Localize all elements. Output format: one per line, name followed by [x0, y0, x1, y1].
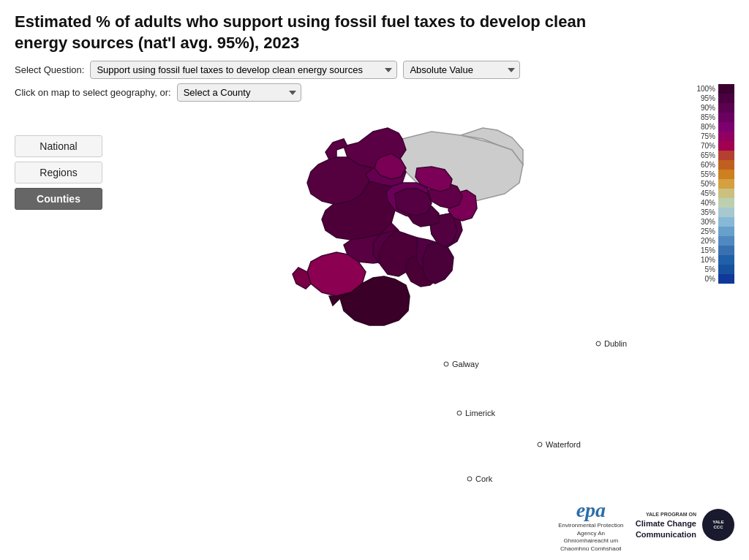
svg-point-6 [538, 442, 542, 447]
national-button[interactable]: National [15, 135, 102, 157]
legend-segment: 85% [718, 113, 734, 122]
svg-point-0 [444, 362, 448, 366]
legend-segment: 60% [718, 160, 734, 170]
svg-text:Galway: Galway [452, 360, 479, 368]
legend-segment: 75% [718, 132, 734, 141]
legend-label: 90% [701, 103, 715, 113]
svg-point-4 [467, 477, 472, 481]
legend-segment: 95% [718, 94, 734, 103]
epa-text: Environmental Protection Agency An Ghnío… [558, 522, 624, 553]
legend-label: 75% [701, 132, 715, 141]
legend-segment: 15% [718, 246, 734, 255]
footer-logos: epa Environmental Protection Agency An G… [558, 499, 734, 553]
legend-label: 100% [696, 84, 715, 94]
legend-segment: 30% [718, 217, 734, 227]
legend-segment: 20% [718, 236, 734, 246]
color-legend: 100%95%90%85%80%75%70%65%60%55%50%45%40%… [687, 84, 734, 284]
geography-nav: National Regions Counties [15, 135, 102, 210]
legend-label: 50% [701, 179, 715, 189]
counties-button[interactable]: Counties [15, 188, 102, 210]
page-title: Estimated % of adults who support using … [15, 12, 614, 53]
ireland-map[interactable]: Galway Limerick Cork Waterford Dublin [121, 80, 640, 534]
svg-text:Waterford: Waterford [546, 440, 581, 449]
legend-label: 15% [701, 246, 715, 255]
legend-label: 30% [701, 217, 715, 227]
yale-circle-logo: YALECCC [702, 509, 734, 541]
legend-label: 60% [701, 160, 715, 170]
question-select[interactable]: Support using fossil fuel taxes to devel… [90, 61, 397, 79]
legend-segment: 25% [718, 227, 734, 236]
legend-segment: 5% [718, 265, 734, 274]
legend-label: 40% [701, 198, 715, 208]
epa-icon: epa [576, 499, 606, 522]
yale-logo: YALE PROGRAM ON Climate ChangeCommunicat… [636, 509, 734, 543]
legend-segment: 45% [718, 189, 734, 198]
legend-segment: 55% [718, 170, 734, 179]
yale-program-label: YALE PROGRAM ON [636, 511, 696, 518]
legend-label: 95% [701, 94, 715, 103]
legend-segment: 100% [718, 84, 734, 94]
legend-label: 80% [701, 122, 715, 132]
legend-label: 85% [701, 113, 715, 122]
legend-segment: 70% [718, 141, 734, 151]
legend-label: 10% [701, 255, 715, 265]
svg-point-2 [457, 411, 462, 415]
svg-text:Cork: Cork [475, 474, 493, 483]
svg-text:Limerick: Limerick [465, 409, 495, 417]
legend-segment: 0% [718, 274, 734, 284]
epa-logo: epa Environmental Protection Agency An G… [558, 499, 624, 553]
measure-select[interactable]: Absolute Value [403, 61, 520, 79]
yale-ccc-label: Climate ChangeCommunication [636, 518, 696, 541]
legend-label: 65% [701, 151, 715, 160]
legend-label: 35% [701, 208, 715, 217]
legend-label: 25% [701, 227, 715, 236]
select-question-label: Select Question: [15, 64, 84, 75]
legend-segment: 35% [718, 208, 734, 217]
legend-segment: 10% [718, 255, 734, 265]
legend-segment: 40% [718, 198, 734, 208]
legend-segment: 65% [718, 151, 734, 160]
svg-point-8 [596, 341, 601, 346]
legend-segment: 50% [718, 179, 734, 189]
regions-button[interactable]: Regions [15, 162, 102, 183]
svg-text:Dublin: Dublin [604, 339, 627, 348]
legend-label: 5% [705, 265, 715, 274]
legend-label: 70% [701, 141, 715, 151]
legend-segment: 90% [718, 103, 734, 113]
legend-segment: 80% [718, 122, 734, 132]
legend-label: 20% [701, 236, 715, 246]
legend-label: 0% [705, 274, 715, 284]
legend-label: 55% [701, 170, 715, 179]
legend-label: 45% [701, 189, 715, 198]
